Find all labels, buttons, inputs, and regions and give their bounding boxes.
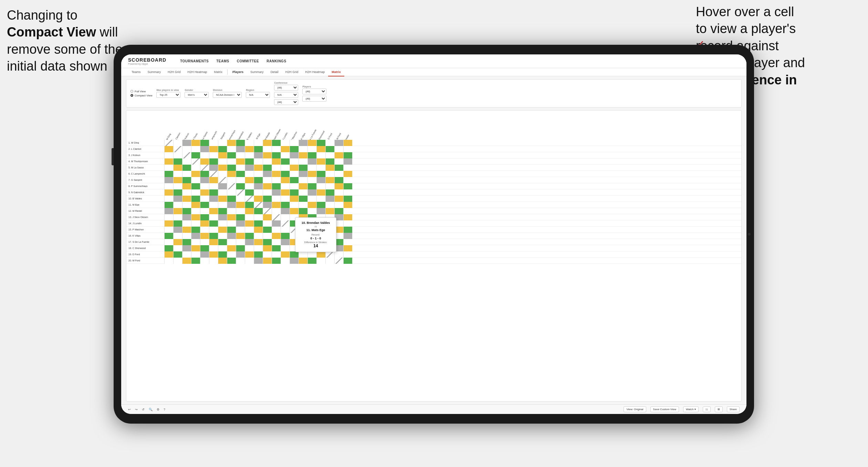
matrix-cell[interactable] <box>164 233 173 239</box>
matrix-cell[interactable] <box>182 245 191 251</box>
watch-btn[interactable]: Watch ▾ <box>683 406 699 412</box>
matrix-cell[interactable] <box>343 245 352 251</box>
matrix-cell[interactable] <box>254 158 263 165</box>
matrix-cell[interactable] <box>281 220 290 227</box>
matrix-cell[interactable] <box>316 208 325 214</box>
matrix-cell[interactable] <box>173 214 182 220</box>
matrix-cell[interactable] <box>307 146 316 152</box>
matrix-cell[interactable] <box>200 177 209 183</box>
matrix-cell[interactable] <box>281 233 290 239</box>
table-row[interactable]: 5. M La Sasso <box>126 165 741 171</box>
matrix-cell[interactable] <box>272 208 281 214</box>
matrix-cell[interactable] <box>254 214 263 220</box>
matrix-cell[interactable] <box>263 189 272 196</box>
matrix-cell[interactable] <box>290 208 299 214</box>
matrix-cell[interactable] <box>254 227 263 233</box>
table-row[interactable]: 20. M Ford <box>126 258 741 264</box>
matrix-cell[interactable] <box>218 196 227 202</box>
matrix-cell[interactable] <box>307 258 316 264</box>
matrix-cell[interactable] <box>218 177 227 183</box>
matrix-cell[interactable] <box>307 189 316 196</box>
matrix-cell[interactable] <box>281 196 290 202</box>
matrix-cell[interactable] <box>325 146 334 152</box>
matrix-cell[interactable] <box>236 183 245 189</box>
matrix-cell[interactable] <box>191 177 200 183</box>
matrix-cell[interactable] <box>236 208 245 214</box>
matrix-cell[interactable] <box>227 233 236 239</box>
matrix-cell[interactable] <box>334 152 343 158</box>
matrix-cell[interactable] <box>182 196 191 202</box>
matrix-cell[interactable] <box>182 177 191 183</box>
matrix-cell[interactable] <box>325 165 334 171</box>
matrix-cell[interactable] <box>182 189 191 196</box>
matrix-cell[interactable] <box>182 140 191 146</box>
matrix-cell[interactable] <box>164 202 173 208</box>
matrix-cell[interactable] <box>164 251 173 258</box>
matrix-cell[interactable] <box>200 214 209 220</box>
matrix-cell[interactable] <box>263 165 272 171</box>
matrix-cell[interactable] <box>182 183 191 189</box>
matrix-cell[interactable] <box>272 158 281 165</box>
matrix-cell[interactable] <box>307 152 316 158</box>
matrix-cell[interactable] <box>164 214 173 220</box>
matrix-cell[interactable] <box>334 158 343 165</box>
matrix-cell[interactable] <box>191 146 200 152</box>
matrix-cell[interactable] <box>334 177 343 183</box>
matrix-cell[interactable] <box>200 146 209 152</box>
matrix-cell[interactable] <box>343 233 352 239</box>
matrix-cell[interactable] <box>227 140 236 146</box>
table-row[interactable]: 8. P Summerhays <box>126 183 741 189</box>
matrix-cell[interactable] <box>209 196 218 202</box>
table-row[interactable]: 12. M Riedel <box>126 208 741 214</box>
matrix-cell[interactable] <box>191 183 200 189</box>
matrix-cell[interactable] <box>281 202 290 208</box>
nav-committee[interactable]: COMMITTEE <box>237 58 259 64</box>
matrix-cell[interactable] <box>200 227 209 233</box>
matrix-cell[interactable] <box>263 239 272 245</box>
matrix-cell[interactable] <box>316 140 325 146</box>
matrix-cell[interactable] <box>334 165 343 171</box>
matrix-cell[interactable] <box>334 171 343 177</box>
matrix-cell[interactable] <box>281 208 290 214</box>
matrix-cell[interactable] <box>272 239 281 245</box>
matrix-cell[interactable] <box>245 245 254 251</box>
matrix-cell[interactable] <box>200 152 209 158</box>
matrix-cell[interactable] <box>272 177 281 183</box>
undo-icon[interactable]: ↩ <box>128 408 131 411</box>
matrix-cell[interactable] <box>307 183 316 189</box>
tab-summary-players[interactable]: Summary <box>247 68 267 76</box>
matrix-cell[interactable] <box>299 177 307 183</box>
matrix-cell[interactable] <box>182 214 191 220</box>
matrix-cell[interactable] <box>164 183 173 189</box>
matrix-cell[interactable] <box>343 202 352 208</box>
compact-view-toggle[interactable]: Compact View <box>130 94 152 97</box>
matrix-cell[interactable] <box>343 171 352 177</box>
matrix-cell[interactable] <box>245 251 254 258</box>
matrix-cell[interactable] <box>254 152 263 158</box>
matrix-cell[interactable] <box>245 233 254 239</box>
matrix-cell[interactable] <box>191 233 200 239</box>
matrix-cell[interactable] <box>227 183 236 189</box>
matrix-cell[interactable] <box>290 258 299 264</box>
matrix-cell[interactable] <box>254 233 263 239</box>
matrix-cell[interactable] <box>218 214 227 220</box>
matrix-cell[interactable] <box>209 165 218 171</box>
matrix-cell[interactable] <box>307 208 316 214</box>
matrix-cell[interactable] <box>191 152 200 158</box>
matrix-cell[interactable] <box>236 251 245 258</box>
table-row[interactable]: 14. J Lundin <box>126 220 741 227</box>
matrix-cell[interactable] <box>281 171 290 177</box>
table-row[interactable]: 11. M Ege <box>126 202 741 208</box>
table-row[interactable]: 17. S De La Fuente <box>126 239 741 245</box>
help-icon[interactable]: ? <box>164 408 165 411</box>
matrix-cell[interactable] <box>334 146 343 152</box>
matrix-cell[interactable] <box>218 245 227 251</box>
matrix-cell[interactable] <box>200 220 209 227</box>
matrix-cell[interactable] <box>227 227 236 233</box>
matrix-cell[interactable] <box>218 208 227 214</box>
matrix-cell[interactable] <box>164 158 173 165</box>
matrix-cell[interactable] <box>173 245 182 251</box>
matrix-cell[interactable] <box>281 158 290 165</box>
matrix-cell[interactable] <box>173 152 182 158</box>
tab-h2h-grid-teams[interactable]: H2H Grid <box>164 68 184 76</box>
